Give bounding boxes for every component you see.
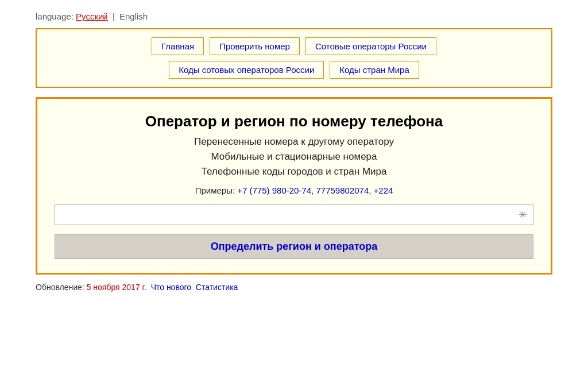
search-button[interactable]: Определить регион и оператора (55, 234, 533, 259)
footer-bar: Обновление: 5 ноября 2017 г. Что нового … (36, 283, 552, 292)
examples-sep-2: , (369, 186, 373, 195)
examples-line: Примеры: +7 (775) 980-20-74, 77759802074… (195, 186, 393, 195)
phone-search-input[interactable] (55, 205, 513, 225)
main-box: Оператор и регион по номеру телефона Пер… (36, 97, 552, 275)
example-link-1[interactable]: +7 (775) 980-20-74 (237, 186, 311, 195)
main-subtitle-3: Телефонные коды городов и стран Мира (202, 166, 387, 177)
examples-prefix: Примеры: (195, 186, 238, 195)
language-separator: | (113, 11, 115, 21)
example-link-2[interactable]: 77759802074 (316, 186, 369, 195)
example-link-3[interactable]: +224 (374, 186, 393, 195)
main-subtitle-2: Мобильные и стационарные номера (211, 151, 377, 163)
nav-btn-world-codes[interactable]: Коды стран Мира (330, 61, 419, 79)
nav-btn-home[interactable]: Главная (152, 37, 204, 55)
main-subtitle-1: Перенесенные номера к другому оператору (194, 136, 394, 148)
nav-row-2: Коды сотовых операторов России Коды стра… (169, 61, 419, 79)
stats-link[interactable]: Статистика (196, 283, 238, 292)
nav-btn-check[interactable]: Проверить номер (210, 37, 300, 55)
page-wrapper: language: Русский | English Главная Пров… (36, 11, 552, 292)
language-bar: language: Русский | English (36, 11, 552, 21)
update-date: 5 ноября 2017 г. (87, 283, 146, 292)
language-russian-link[interactable]: Русский (76, 11, 108, 21)
language-label: language: (36, 11, 76, 21)
nav-row-1: Главная Проверить номер Сотовые оператор… (152, 37, 436, 55)
language-english-link[interactable]: English (119, 11, 148, 21)
search-clear-icon[interactable]: ✳ (513, 205, 533, 225)
nav-btn-operators[interactable]: Сотовые операторы России (305, 37, 436, 55)
update-label: Обновление: (36, 283, 87, 292)
search-row: ✳ (55, 204, 533, 225)
nav-btn-operator-codes[interactable]: Коды сотовых операторов России (169, 61, 324, 79)
whats-new-link[interactable]: Что нового (151, 283, 191, 292)
main-title: Оператор и регион по номеру телефона (145, 113, 443, 130)
nav-box: Главная Проверить номер Сотовые оператор… (36, 28, 552, 88)
